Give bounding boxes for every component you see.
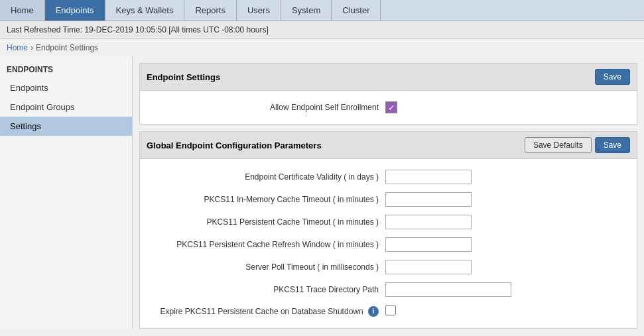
- self-enrollment-input: ✓: [385, 101, 397, 113]
- nav-cluster[interactable]: Cluster: [332, 0, 381, 21]
- field-input-0: [385, 170, 472, 184]
- breadcrumb-current: Endpoint Settings: [36, 43, 98, 52]
- endpoint-settings-header: Endpoint Settings Save: [140, 64, 637, 91]
- endpoint-settings-title: Endpoint Settings: [147, 72, 220, 82]
- breadcrumb-separator: ›: [31, 43, 33, 52]
- self-enrollment-checkbox[interactable]: ✓: [385, 101, 397, 113]
- content-area: Endpoint Settings Save Allow Endpoint Se…: [133, 56, 644, 329]
- field-label-2: PKCS11 Persistent Cache Timeout ( in min…: [153, 217, 385, 227]
- field-label-0: Endpoint Certificate Validity ( in days …: [153, 172, 385, 182]
- breadcrumb: Home › Endpoint Settings: [0, 39, 644, 56]
- status-text: Last Refreshed Time: 19-DEC-2019 10:05:5…: [7, 25, 269, 34]
- endpoint-settings-body: Allow Endpoint Self Enrollment ✓: [140, 91, 637, 124]
- sidebar-item-settings[interactable]: Settings: [0, 117, 132, 136]
- field-row-4: Server Poll Timeout ( in milliseconds ): [150, 256, 627, 278]
- field-input-1: [385, 192, 472, 207]
- sidebar: ENDPOINTS Endpoints Endpoint Groups Sett…: [0, 56, 133, 329]
- global-config-buttons: Save Defaults Save: [525, 137, 630, 153]
- status-bar: Last Refreshed Time: 19-DEC-2019 10:05:5…: [0, 21, 644, 39]
- global-config-body: Endpoint Certificate Validity ( in days …: [140, 159, 637, 328]
- field-label-3: PKCS11 Persistent Cache Refresh Window (…: [153, 240, 385, 249]
- nav-keys-wallets[interactable]: Keys & Wallets: [105, 0, 185, 21]
- main-layout: ENDPOINTS Endpoints Endpoint Groups Sett…: [0, 56, 644, 329]
- field-text-5[interactable]: [385, 282, 511, 297]
- global-config-header: Global Endpoint Configuration Parameters…: [140, 132, 637, 159]
- field-input-2: [385, 215, 472, 229]
- field-row-3: PKCS11 Persistent Cache Refresh Window (…: [150, 233, 627, 256]
- field-input-3: [385, 237, 472, 252]
- field-label-1: PKCS11 In-Memory Cache Timeout ( in minu…: [153, 195, 385, 204]
- nav-bar: Home Endpoints Keys & Wallets Reports Us…: [0, 0, 644, 21]
- field-row-0: Endpoint Certificate Validity ( in days …: [150, 166, 627, 188]
- global-config-title: Global Endpoint Configuration Parameters: [147, 140, 322, 150]
- field-label-5: PKCS11 Trace Directory Path: [153, 285, 385, 294]
- field-label-4: Server Poll Timeout ( in milliseconds ): [153, 262, 385, 272]
- field-row-5: PKCS11 Trace Directory Path: [150, 278, 627, 301]
- nav-system[interactable]: System: [281, 0, 332, 21]
- field-row-6: Expire PKCS11 Persistent Cache on Databa…: [150, 301, 627, 321]
- field-row-1: PKCS11 In-Memory Cache Timeout ( in minu…: [150, 188, 627, 211]
- field-text-3[interactable]: [385, 237, 472, 252]
- endpoint-settings-save-button[interactable]: Save: [595, 69, 630, 85]
- breadcrumb-home[interactable]: Home: [7, 43, 28, 52]
- field-text-0[interactable]: [385, 170, 472, 184]
- self-enrollment-row: Allow Endpoint Self Enrollment ✓: [150, 97, 627, 117]
- nav-endpoints[interactable]: Endpoints: [45, 0, 105, 21]
- field-text-4[interactable]: [385, 260, 472, 274]
- global-config-save-button[interactable]: Save: [595, 137, 630, 153]
- sidebar-title: ENDPOINTS: [0, 60, 132, 78]
- sidebar-item-endpoint-groups[interactable]: Endpoint Groups: [0, 97, 132, 117]
- field-input-5: [385, 282, 511, 297]
- field-checkbox-6[interactable]: [385, 305, 396, 315]
- nav-users[interactable]: Users: [237, 0, 281, 21]
- global-config-section: Global Endpoint Configuration Parameters…: [139, 131, 637, 329]
- field-input-4: [385, 260, 472, 274]
- field-text-1[interactable]: [385, 192, 472, 207]
- nav-reports[interactable]: Reports: [184, 0, 237, 21]
- field-input-6: [385, 305, 396, 317]
- field-text-2[interactable]: [385, 215, 472, 229]
- self-enrollment-label: Allow Endpoint Self Enrollment: [153, 103, 385, 112]
- sidebar-item-endpoints[interactable]: Endpoints: [0, 78, 132, 97]
- info-icon[interactable]: i: [368, 306, 379, 317]
- save-defaults-button[interactable]: Save Defaults: [525, 137, 592, 153]
- nav-home[interactable]: Home: [0, 0, 45, 21]
- endpoint-settings-section: Endpoint Settings Save Allow Endpoint Se…: [139, 63, 637, 125]
- field-label-6: Expire PKCS11 Persistent Cache on Databa…: [153, 306, 385, 317]
- field-row-2: PKCS11 Persistent Cache Timeout ( in min…: [150, 211, 627, 233]
